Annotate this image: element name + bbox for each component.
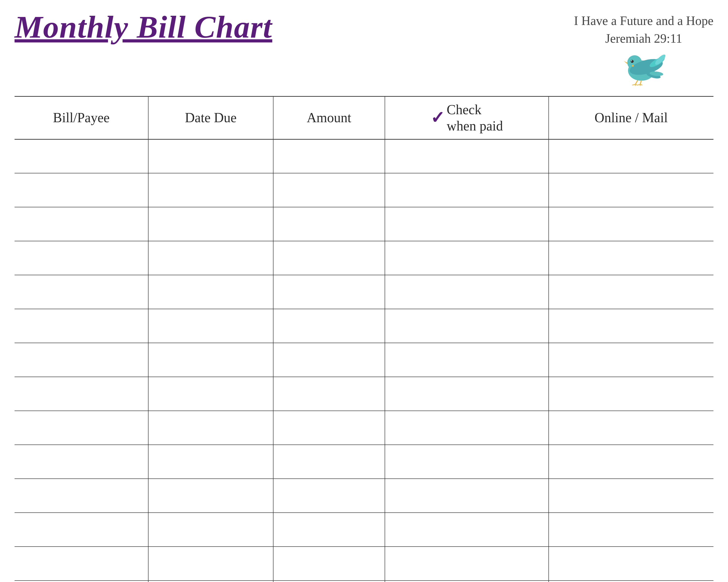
table-cell[interactable]: [385, 309, 549, 343]
table-cell[interactable]: [385, 512, 549, 547]
table-cell[interactable]: [273, 275, 385, 309]
table-cell[interactable]: [549, 139, 713, 173]
svg-line-10: [635, 80, 638, 84]
table-cell[interactable]: [385, 173, 549, 207]
table-cell[interactable]: [15, 512, 148, 547]
table-body: [15, 139, 713, 582]
table-cell[interactable]: [148, 275, 273, 309]
table-cell[interactable]: [273, 139, 385, 173]
table-cell[interactable]: [148, 581, 273, 582]
table-cell[interactable]: [549, 173, 713, 207]
table-cell[interactable]: [549, 512, 713, 547]
table-cell[interactable]: [15, 547, 148, 581]
col-amount: Amount: [273, 96, 385, 139]
col-check-when-paid: ✓ Check when paid: [385, 96, 549, 139]
table-cell[interactable]: [385, 275, 549, 309]
table-cell[interactable]: [273, 173, 385, 207]
table-cell[interactable]: [549, 445, 713, 479]
table-cell[interactable]: [148, 479, 273, 512]
table-cell[interactable]: [15, 479, 148, 512]
table-cell[interactable]: [385, 241, 549, 275]
table-cell[interactable]: [549, 275, 713, 309]
table-cell[interactable]: [385, 547, 549, 581]
table-container: Bill/Payee Date Due Amount ✓ Check w: [15, 96, 713, 582]
table-cell[interactable]: [385, 207, 549, 241]
table-row: [15, 547, 713, 581]
table-cell[interactable]: [15, 173, 148, 207]
table-cell[interactable]: [549, 479, 713, 512]
svg-line-11: [640, 80, 641, 84]
table-cell[interactable]: [385, 377, 549, 411]
bird-illustration: [620, 48, 673, 86]
table-cell[interactable]: [15, 411, 148, 445]
table-cell[interactable]: [273, 343, 385, 377]
table-header-row: Bill/Payee Date Due Amount ✓ Check w: [15, 96, 713, 139]
table-cell[interactable]: [148, 139, 273, 173]
table-cell[interactable]: [273, 479, 385, 512]
table-cell[interactable]: [385, 343, 549, 377]
check-label-top: Check: [447, 102, 482, 118]
table-cell[interactable]: [549, 241, 713, 275]
table-cell[interactable]: [15, 343, 148, 377]
table-cell[interactable]: [385, 445, 549, 479]
table-cell[interactable]: [15, 139, 148, 173]
table-cell[interactable]: [549, 207, 713, 241]
table-cell[interactable]: [273, 445, 385, 479]
table-cell[interactable]: [273, 309, 385, 343]
table-cell[interactable]: [148, 343, 273, 377]
table-cell[interactable]: [15, 207, 148, 241]
table-cell[interactable]: [148, 512, 273, 547]
table-cell[interactable]: [385, 411, 549, 445]
table-cell[interactable]: [15, 581, 148, 582]
table-row: [15, 411, 713, 445]
table-cell[interactable]: [273, 241, 385, 275]
table-cell[interactable]: [148, 377, 273, 411]
table-cell[interactable]: [273, 547, 385, 581]
table-cell[interactable]: [148, 207, 273, 241]
table-cell[interactable]: [385, 139, 549, 173]
table-cell[interactable]: [273, 581, 385, 582]
table-cell[interactable]: [148, 445, 273, 479]
table-row: [15, 241, 713, 275]
table-cell[interactable]: [549, 547, 713, 581]
table-cell[interactable]: [148, 547, 273, 581]
table-row: [15, 173, 713, 207]
col-date-due: Date Due: [148, 96, 273, 139]
check-label-bottom: when paid: [447, 118, 503, 134]
table-cell[interactable]: [15, 309, 148, 343]
table-cell[interactable]: [273, 411, 385, 445]
table-cell[interactable]: [15, 377, 148, 411]
table-row: [15, 207, 713, 241]
table-cell[interactable]: [549, 411, 713, 445]
table-cell[interactable]: [273, 512, 385, 547]
svg-line-15: [637, 84, 640, 85]
table-cell[interactable]: [15, 241, 148, 275]
table-cell[interactable]: [549, 343, 713, 377]
table-row: [15, 512, 713, 547]
svg-line-12: [632, 84, 635, 85]
table-cell[interactable]: [273, 377, 385, 411]
table-cell[interactable]: [148, 241, 273, 275]
svg-marker-4: [624, 61, 627, 64]
table-cell[interactable]: [549, 309, 713, 343]
col-bill-payee: Bill/Payee: [15, 96, 148, 139]
table-cell[interactable]: [148, 173, 273, 207]
table-cell[interactable]: [148, 309, 273, 343]
table-cell[interactable]: [15, 445, 148, 479]
table-cell[interactable]: [273, 207, 385, 241]
check-header-content: ✓ Check when paid: [392, 102, 541, 134]
table-cell[interactable]: [15, 275, 148, 309]
table-cell[interactable]: [549, 581, 713, 582]
table-cell[interactable]: [385, 479, 549, 512]
svg-point-18: [632, 65, 634, 67]
table-cell[interactable]: [148, 411, 273, 445]
col-online-mail: Online / Mail: [549, 96, 713, 139]
subtitle-line1: I Have a Future and a Hope: [574, 12, 713, 30]
main-title: Monthly Bill Chart: [15, 10, 272, 45]
svg-point-2: [631, 60, 633, 63]
table-row: [15, 309, 713, 343]
table-row: [15, 275, 713, 309]
table-cell[interactable]: [385, 581, 549, 582]
table-cell[interactable]: [549, 377, 713, 411]
header: Monthly Bill Chart I Have a Future and a…: [15, 10, 713, 89]
